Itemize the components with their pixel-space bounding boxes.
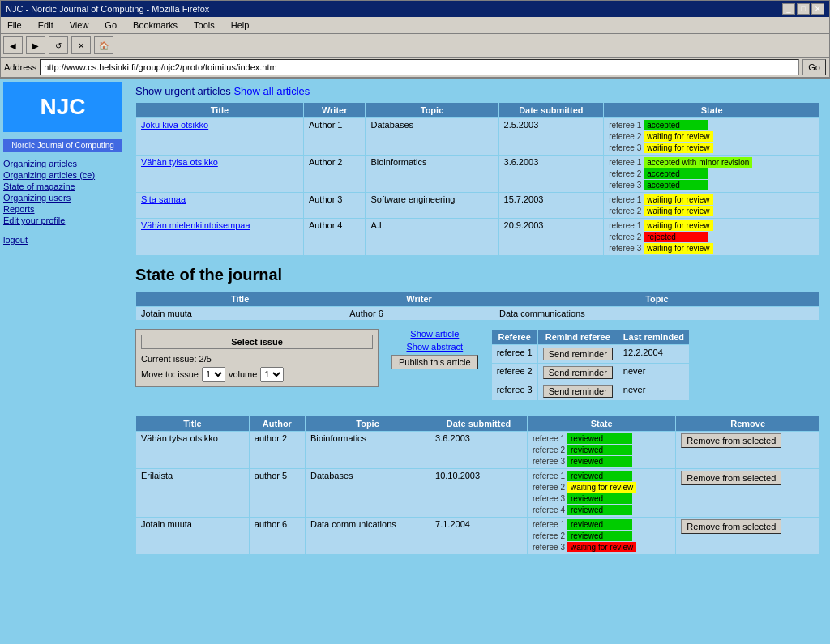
journal-button[interactable]: Nordic Journal of Computing [3,139,122,152]
reload-button[interactable]: ↺ [49,36,68,54]
article-topic: A.I. [366,219,498,256]
bcol-remove: Remove [676,416,820,432]
remove-from-selected-button[interactable]: Remove from selected [681,471,781,485]
article-writer: Author 3 [303,193,366,219]
sidebar-item-edit-profile[interactable]: Edit your profile [3,215,122,225]
bcol-title: Title [136,416,250,432]
table-row: referee 3 Send reminder never [491,382,689,401]
minimize-button[interactable]: _ [782,3,795,15]
maximize-button[interactable]: □ [797,3,810,15]
address-input[interactable] [40,59,799,75]
remove-from-selected-button[interactable]: Remove from selected [681,519,781,534]
b-author: author 6 [249,518,305,555]
close-button[interactable]: ✕ [811,3,824,15]
jcol-topic: Topic [494,292,819,307]
last-reminded: 12.2.2004 [618,345,689,364]
table-row: Joku kiva otsikko Author 1 Databases 2.5… [136,118,820,156]
window-controls: _ □ ✕ [782,3,824,15]
article-state: referee 1accepted with minor revision re… [604,156,820,193]
select-issue-title: Select issue [141,335,373,349]
toolbar: ◀ ▶ ↺ ✕ 🏠 [1,34,829,58]
send-reminder-button[interactable]: Send reminder [543,348,613,360]
article-title: Vähän mielenkiintoisempaa [136,219,304,256]
publish-button[interactable]: Publish this article [391,355,478,369]
show-article-link[interactable]: Show article [410,329,459,339]
b-date: 10.10.2003 [430,469,528,518]
col-topic: Topic [366,103,498,118]
back-button[interactable]: ◀ [3,36,23,54]
article-state: referee 1waiting for review referee 2rej… [604,219,820,256]
bcol-state: State [527,416,675,432]
sidebar-item-organizing-users[interactable]: Organizing users [3,193,122,203]
b-author: author 5 [249,469,305,518]
sidebar-item-state-of-magazine[interactable]: State of magazine [3,181,122,191]
send-reminder-button[interactable]: Send reminder [543,366,613,379]
article-writer: Author 4 [303,219,366,256]
b-state: referee 1reviewed referee 2reviewed refe… [527,518,675,555]
rcol-last: Last reminded [618,330,689,345]
title-bar: NJC - Nordic Journal of Computing - Mozi… [1,1,829,17]
menu-view[interactable]: View [66,19,92,32]
volume-label: volume [229,369,257,379]
article-writer: Author 1 [303,118,366,156]
go-button[interactable]: Go [802,59,826,75]
table-row: Jotain muuta Author 6 Data communication… [136,307,820,321]
b-date: 7.1.2004 [430,518,528,555]
bcol-topic: Topic [306,416,430,432]
col-writer: Writer [303,103,366,118]
bottom-table: Title Author Topic Date submitted State … [135,416,820,555]
sidebar: NJC Nordic Journal of Computing Organizi… [0,79,126,644]
last-reminded: never [618,382,689,401]
remind-cell: Send reminder [537,382,618,401]
b-topic: Databases [306,469,430,518]
table-row: Sita samaa Author 3 Software engineering… [136,193,820,219]
select-issue-box: Select issue Current issue: 2/5 Move to:… [135,329,379,387]
jcol-writer: Writer [344,292,494,307]
stop-button[interactable]: ✕ [71,36,91,54]
sidebar-item-organizing-articles[interactable]: Organizing articles [3,159,122,168]
last-reminded: never [618,364,689,382]
menu-edit[interactable]: Edit [35,19,57,32]
article-state: referee 1waiting for review referee 2wai… [604,193,820,219]
forward-button[interactable]: ▶ [26,36,45,54]
b-remove: Remove from selected [676,518,820,555]
j-writer: Author 6 [344,307,494,321]
table-row: referee 1 Send reminder 12.2.2004 [491,345,689,364]
issue-select[interactable]: 1 2 [202,367,225,382]
urgent-label: Show urgent articles [135,85,231,97]
b-topic: Bioinformatics [306,432,430,469]
rcol-referee: Referee [491,330,537,345]
sidebar-item-organizing-articles-ce[interactable]: Organizing articles (ce) [3,170,122,180]
sidebar-links: Organizing articles Organizing articles … [3,159,122,245]
article-title: Sita samaa [136,193,304,219]
b-date: 3.6.2003 [430,432,528,469]
article-topic: Databases [366,118,498,156]
sidebar-item-logout[interactable]: logout [3,235,122,245]
table-row: Jotain muuta author 6 Data communication… [136,518,820,555]
article-topic: Bioinformatics [366,156,498,193]
j-title: Jotain muuta [136,307,344,321]
b-topic: Data communications [306,518,430,555]
menu-file[interactable]: File [4,19,25,32]
b-title: Erilaista [136,469,250,518]
sidebar-item-reports[interactable]: Reports [3,204,122,214]
menu-go[interactable]: Go [101,19,120,32]
send-reminder-button[interactable]: Send reminder [543,385,613,398]
journal-table: Title Writer Topic Jotain muuta Author 6… [135,291,820,321]
remove-from-selected-button[interactable]: Remove from selected [681,433,781,448]
col-date: Date submitted [498,103,604,118]
b-remove: Remove from selected [676,432,820,469]
show-abstract-link[interactable]: Show abstract [406,342,463,352]
volume-select[interactable]: 1 2 [260,367,284,382]
home-button[interactable]: 🏠 [94,36,113,54]
jcol-title: Title [136,292,344,307]
menu-tools[interactable]: Tools [190,19,218,32]
sidebar-logo: NJC [3,82,122,132]
menu-bookmarks[interactable]: Bookmarks [130,19,181,32]
show-all-link[interactable]: Show all articles [233,85,310,97]
referee-name: referee 3 [491,382,537,401]
article-title: Vähän tylsa otsikko [136,156,304,193]
article-date: 15.7.2003 [498,193,604,219]
urgent-header: Show urgent articles Show all articles [135,85,820,97]
menu-help[interactable]: Help [228,19,253,32]
